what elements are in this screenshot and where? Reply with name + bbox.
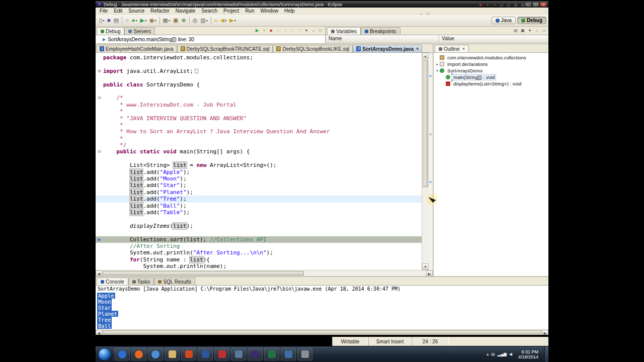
overview-ruler[interactable]: [429, 53, 433, 270]
console-scroll-thumb[interactable]: [103, 330, 541, 334]
menu-refactor[interactable]: Refactor: [147, 8, 173, 14]
forward-icon[interactable]: ▶▾: [228, 16, 237, 25]
annotations-icon-dropdown[interactable]: ▾: [206, 19, 208, 22]
code-line-22[interactable]: list.add("Tree");: [96, 196, 422, 202]
console-line-6[interactable]: Ball: [97, 323, 548, 329]
step-over-icon[interactable]: →: [289, 28, 296, 34]
code-line-12[interactable]: * How to Sort an ArrayList ? Java Interv…: [96, 128, 422, 135]
taskbar-clock[interactable]: 6:31 PM 4/18/2014: [515, 349, 542, 359]
menu-file[interactable]: File: [97, 8, 111, 14]
save-icon[interactable]: ■: [106, 16, 112, 25]
code-line-11[interactable]: *: [96, 122, 422, 128]
code-line-23[interactable]: list.add("Ball");: [96, 203, 422, 209]
forward-icon-dropdown[interactable]: ▾: [234, 19, 236, 22]
taskbar-icon-chrome[interactable]: [148, 348, 163, 360]
code-line-29[interactable]: //After Sorting: [96, 243, 422, 249]
debug-icon-dropdown[interactable]: ▾: [135, 19, 137, 22]
status-insert-mode[interactable]: Smart Insert: [368, 337, 412, 346]
code-line-30[interactable]: System.out.println("After Sorting...\n\n…: [96, 249, 422, 256]
code-line-4[interactable]: [96, 74, 422, 81]
search-icon[interactable]: ◎: [191, 16, 199, 25]
new-java-project-icon[interactable]: ▦▾: [162, 16, 172, 25]
console-tab-1[interactable]: Console: [97, 278, 128, 285]
console-pin-icon[interactable]: ▣: [512, 2, 519, 9]
editor-tab-close-icon[interactable]: ×: [416, 46, 419, 51]
fold-collapse-icon[interactable]: ⊖: [96, 95, 103, 101]
variables-show-type-icon[interactable]: ▤: [512, 28, 519, 34]
console-line-1[interactable]: Apple: [97, 293, 548, 299]
console-scroll-right-icon[interactable]: ▶: [542, 330, 548, 335]
code-lines[interactable]: package com.interviewdot.modules.collect…: [96, 53, 422, 270]
status-writable[interactable]: Writable: [332, 337, 368, 346]
debug-tab-2[interactable]: Servers: [124, 27, 154, 35]
console-line-2[interactable]: Moon: [97, 299, 548, 305]
print-icon[interactable]: ▤: [112, 16, 120, 25]
terminate-icon[interactable]: ■: [268, 28, 275, 34]
code-line-24[interactable]: list.add("Table");: [96, 209, 422, 216]
menu-source[interactable]: Source: [125, 8, 147, 14]
editor-tab-1[interactable]: JEmployeeHashCodeMain.java: [96, 45, 177, 52]
menu-run[interactable]: Run: [242, 8, 257, 14]
code-line-26[interactable]: displayItems(list);: [96, 223, 422, 229]
overview-marker[interactable]: [429, 133, 432, 135]
profile-icon-dropdown[interactable]: ▾: [155, 19, 156, 22]
variables-minimize-icon[interactable]: –: [533, 28, 540, 34]
menu-edit[interactable]: Edit: [111, 8, 125, 14]
debug-stack-frame[interactable]: ▶ SortArraysDemo.main(String[]) line: 30: [96, 35, 325, 43]
variables-tab-1[interactable]: Variables: [327, 27, 361, 35]
new-wizard-icon-dropdown[interactable]: ▾: [103, 19, 104, 22]
start-button[interactable]: [98, 348, 111, 361]
debug-perspective-button[interactable]: Debug: [517, 17, 546, 24]
console-line-3[interactable]: Star: [97, 305, 548, 311]
taskbar-icon-powerpoint[interactable]: [181, 348, 196, 360]
fold-collapse-icon[interactable]: ⊖: [96, 148, 103, 155]
editor-tab-2[interactable]: SDerbySQLScrapBookTRUNCATE.sql: [177, 45, 273, 52]
outline-item-2[interactable]: ▸import declarations: [434, 61, 548, 67]
new-package-icon[interactable]: ▣: [172, 16, 180, 25]
overview-marker[interactable]: [429, 181, 432, 183]
code-line-7[interactable]: ⊖ /*: [96, 95, 422, 101]
vertical-scroll-thumb[interactable]: [423, 60, 428, 187]
code-line-14[interactable]: */: [96, 142, 422, 148]
variables-view-menu-icon[interactable]: ▾: [526, 28, 533, 34]
new-class-icon[interactable]: ⊕: [180, 16, 187, 25]
taskbar-icon-excel[interactable]: [264, 348, 279, 360]
scroll-up-icon[interactable]: ▲: [422, 53, 429, 59]
taskbar-icon-messenger[interactable]: [115, 348, 130, 360]
menu-navigate[interactable]: Navigate: [173, 8, 198, 14]
editor-vertical-scrollbar[interactable]: ▲ ▼: [422, 53, 429, 270]
scroll-down-icon[interactable]: ▼: [422, 263, 429, 270]
console-remove-launch-icon[interactable]: ×: [484, 2, 491, 9]
code-line-9[interactable]: *: [96, 108, 422, 115]
code-line-16[interactable]: [96, 155, 422, 162]
taskbar-icon-firefox[interactable]: [131, 348, 146, 360]
console-line-5[interactable]: Tree: [97, 317, 548, 323]
network-icon[interactable]: ▂▄▆: [498, 352, 507, 356]
show-desktop-button[interactable]: [544, 346, 548, 362]
annotations-icon[interactable]: ▥▾: [199, 16, 209, 25]
outline-tab[interactable]: Outline ×: [435, 45, 469, 52]
last-edit-location-icon[interactable]: «: [213, 16, 219, 25]
debug-view-menu-icon[interactable]: ▾: [303, 28, 310, 34]
editor-maximize-icon[interactable]: □: [425, 11, 432, 18]
console-line-4[interactable]: Planet: [97, 311, 548, 317]
outline-expander-icon[interactable]: ▾: [435, 69, 440, 73]
taskbar-icon-media[interactable]: [214, 348, 229, 360]
editor-horizontal-scrollbar[interactable]: ◀ ▶: [96, 270, 433, 276]
debug-maximize-icon[interactable]: □: [317, 28, 324, 34]
editor-minimize-icon[interactable]: –: [418, 11, 425, 18]
variables-table-body[interactable]: [326, 43, 548, 43]
scroll-right-icon[interactable]: ▶: [426, 270, 433, 276]
console-scroll-lock-icon[interactable]: ▥: [505, 2, 512, 9]
code-line-17[interactable]: List<String> list = new ArrayList<String…: [96, 162, 422, 168]
code-line-31[interactable]: for(String name : list){: [96, 256, 422, 263]
variables-maximize-icon[interactable]: □: [540, 28, 547, 34]
code-line-15[interactable]: ⊖ public static void main(String[] args)…: [96, 148, 422, 155]
outline-item-5[interactable]: displayItems(List<String>) : void: [434, 80, 548, 87]
menu-window[interactable]: Window: [257, 8, 281, 14]
menu-search[interactable]: Search: [198, 8, 220, 14]
code-line-27[interactable]: [96, 229, 422, 236]
outline-item-1[interactable]: com.interviewdot.modules.collections: [434, 54, 548, 61]
debug-tab-1[interactable]: Debug: [97, 27, 124, 35]
console-remove-all-launches-icon[interactable]: ×: [491, 2, 498, 9]
